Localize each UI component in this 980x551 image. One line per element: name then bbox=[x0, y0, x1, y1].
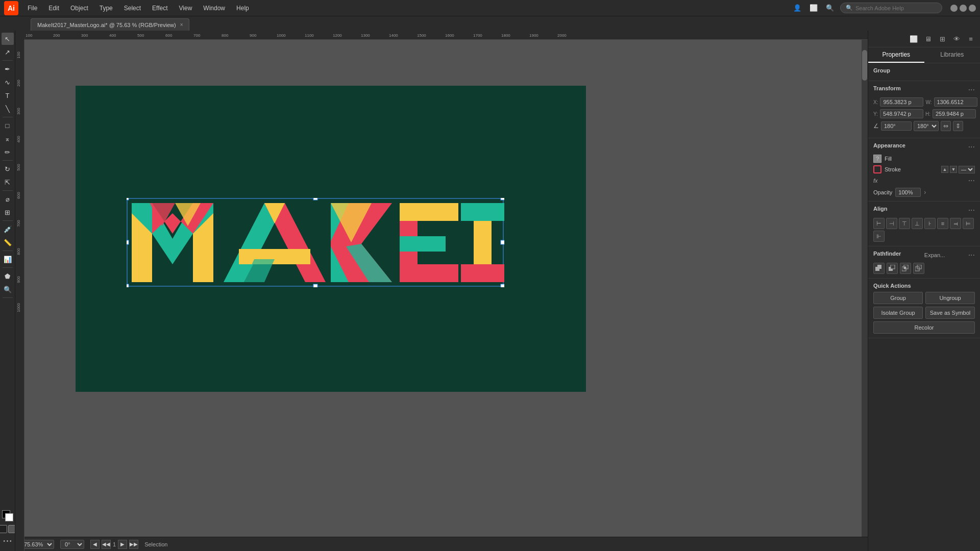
eyedropper-tool[interactable]: 💉 bbox=[2, 223, 14, 235]
pen-tool[interactable]: ✒ bbox=[2, 63, 14, 75]
tab-libraries[interactable]: Libraries bbox=[924, 47, 981, 63]
rotate-tool[interactable]: ↻ bbox=[2, 163, 14, 175]
paintbrush-tool[interactable]: ⌅ bbox=[2, 133, 14, 145]
align-center-v-icon[interactable]: ⊦ bbox=[924, 218, 936, 229]
flip-vertical-icon[interactable]: ⇕ bbox=[953, 121, 963, 131]
arrange-icon[interactable]: ⬜ bbox=[807, 2, 820, 14]
rotation-select[interactable]: 0° 90° bbox=[60, 540, 84, 549]
align-center-h-icon[interactable]: ⊣ bbox=[886, 218, 897, 229]
prev-artboard-button[interactable]: ◀ bbox=[90, 540, 100, 549]
last-artboard-button[interactable]: ▶▶ bbox=[129, 540, 138, 549]
menu-type[interactable]: Type bbox=[94, 3, 118, 14]
curvature-tool[interactable]: ∿ bbox=[2, 76, 14, 88]
next-artboard-button[interactable]: ▶ bbox=[118, 540, 127, 549]
fx-more-button[interactable]: ··· bbox=[968, 176, 975, 185]
align-top-edge-icon[interactable]: ⊥ bbox=[912, 218, 923, 229]
rotation-dropdown[interactable]: 180°0°90°270° bbox=[914, 121, 939, 131]
pencil-tool[interactable]: ✏ bbox=[2, 146, 14, 158]
zoom-tool[interactable]: 🔍 bbox=[2, 283, 14, 295]
first-artboard-button[interactable]: ◀◀ bbox=[102, 540, 111, 549]
line-tool[interactable]: ╲ bbox=[2, 103, 14, 115]
stroke-box-small[interactable] bbox=[8, 525, 16, 533]
stroke-down-button[interactable]: ▼ bbox=[950, 166, 957, 173]
tab-close-button[interactable]: × bbox=[180, 22, 183, 28]
opacity-input[interactable] bbox=[895, 188, 921, 197]
align-bottom-edge-icon[interactable]: ≡ bbox=[937, 218, 948, 229]
ungroup-button[interactable]: Ungroup bbox=[925, 292, 975, 304]
pathfinder-unite-icon[interactable] bbox=[873, 263, 885, 274]
align-more-button[interactable]: ··· bbox=[968, 206, 975, 215]
fx-label[interactable]: fx bbox=[873, 178, 878, 184]
direct-selection-tool[interactable]: ↗ bbox=[2, 46, 14, 58]
menu-object[interactable]: Object bbox=[65, 3, 93, 14]
recolor-button[interactable]: Recolor bbox=[873, 321, 975, 334]
canvas-area[interactable] bbox=[24, 40, 868, 537]
warp-tool[interactable]: ⌀ bbox=[2, 193, 14, 205]
stroke-type-select[interactable]: — bbox=[959, 166, 975, 173]
menu-window[interactable]: Window bbox=[198, 3, 230, 14]
more-tools-button[interactable]: • • • bbox=[2, 535, 14, 547]
search-input[interactable] bbox=[855, 5, 937, 11]
h-input[interactable] bbox=[933, 109, 976, 118]
w-input[interactable] bbox=[934, 97, 977, 107]
flip-horizontal-icon[interactable]: ⇔ bbox=[941, 121, 951, 131]
pathfinder-more-button[interactable]: ··· bbox=[968, 251, 975, 260]
panel-monitor-icon[interactable]: 🖥 bbox=[922, 33, 934, 45]
scrollbar-thumb[interactable] bbox=[862, 50, 867, 81]
profile-icon[interactable]: 👤 bbox=[791, 2, 803, 14]
tab-properties[interactable]: Properties bbox=[868, 47, 924, 63]
type-tool[interactable]: T bbox=[2, 89, 14, 102]
menu-help[interactable]: Help bbox=[231, 3, 254, 14]
rectangle-tool[interactable]: □ bbox=[2, 119, 14, 132]
pathfinder-intersect-icon[interactable] bbox=[900, 263, 911, 274]
color-swatches[interactable] bbox=[2, 510, 13, 521]
menu-effect[interactable]: Effect bbox=[147, 3, 173, 14]
panel-display-icon[interactable]: ⬜ bbox=[908, 33, 920, 45]
close-button[interactable] bbox=[969, 5, 976, 12]
distribute-right-icon[interactable]: ⊩ bbox=[873, 231, 885, 242]
pathfinder-exclude-icon[interactable] bbox=[913, 263, 924, 274]
pathfinder-minus-front-icon[interactable] bbox=[887, 263, 898, 274]
svg-text:1000: 1000 bbox=[16, 303, 21, 312]
x-input[interactable] bbox=[880, 97, 923, 107]
search-box[interactable]: 🔍 bbox=[840, 3, 942, 13]
group-button[interactable]: Group bbox=[873, 292, 923, 304]
menu-view[interactable]: View bbox=[174, 3, 198, 14]
document-tab[interactable]: MakeIt2017_MasterLogo.ai* @ 75.63 % (RGB… bbox=[31, 18, 189, 31]
vertical-scrollbar[interactable] bbox=[862, 40, 868, 537]
background-color[interactable] bbox=[5, 513, 13, 521]
ruler-horizontal: 100200300 400500600 700800900 1000110012… bbox=[24, 31, 868, 40]
menu-edit[interactable]: Edit bbox=[43, 3, 64, 14]
distribute-left-icon[interactable]: ⫤ bbox=[950, 218, 961, 229]
menu-file[interactable]: File bbox=[22, 3, 42, 14]
selection-tool[interactable]: ↖ bbox=[2, 33, 14, 45]
panel-layers-icon[interactable]: ≡ bbox=[965, 33, 977, 45]
free-transform-tool[interactable]: ⊞ bbox=[2, 206, 14, 218]
opacity-expand-icon[interactable]: › bbox=[924, 189, 926, 196]
minimize-button[interactable] bbox=[950, 5, 958, 12]
pathfinder-icons bbox=[873, 263, 975, 274]
search-icon-top[interactable]: 🔍 bbox=[824, 2, 836, 14]
toolbar-separator-3 bbox=[3, 160, 13, 161]
save-as-symbol-button[interactable]: Save as Symbol bbox=[925, 307, 975, 319]
isolate-group-button[interactable]: Isolate Group bbox=[873, 307, 923, 319]
fill-box[interactable] bbox=[0, 525, 7, 533]
graph-tool[interactable]: 📊 bbox=[2, 253, 14, 265]
stroke-color-box[interactable] bbox=[873, 165, 881, 173]
transform-more-button[interactable]: ··· bbox=[968, 85, 975, 94]
align-right-edge-icon[interactable]: ⊤ bbox=[899, 218, 910, 229]
maximize-button[interactable] bbox=[960, 5, 967, 12]
blend-tool[interactable]: ⬟ bbox=[2, 270, 14, 282]
panel-eye-icon[interactable]: 👁 bbox=[950, 33, 963, 45]
stroke-up-button[interactable]: ▲ bbox=[941, 166, 948, 173]
scale-tool[interactable]: ⇱ bbox=[2, 176, 14, 188]
align-left-edge-icon[interactable]: ⊢ bbox=[873, 218, 885, 229]
y-input[interactable] bbox=[880, 109, 923, 118]
measure-tool[interactable]: 📏 bbox=[2, 236, 14, 248]
rotation-input[interactable] bbox=[881, 121, 912, 131]
panel-grid-icon[interactable]: ⊞ bbox=[936, 33, 948, 45]
menu-select[interactable]: Select bbox=[119, 3, 146, 14]
distribute-center-h-icon[interactable]: ⊨ bbox=[963, 218, 974, 229]
appearance-more-button[interactable]: ··· bbox=[968, 142, 975, 152]
zoom-select[interactable]: 75.63% 50% 100% bbox=[19, 540, 54, 549]
